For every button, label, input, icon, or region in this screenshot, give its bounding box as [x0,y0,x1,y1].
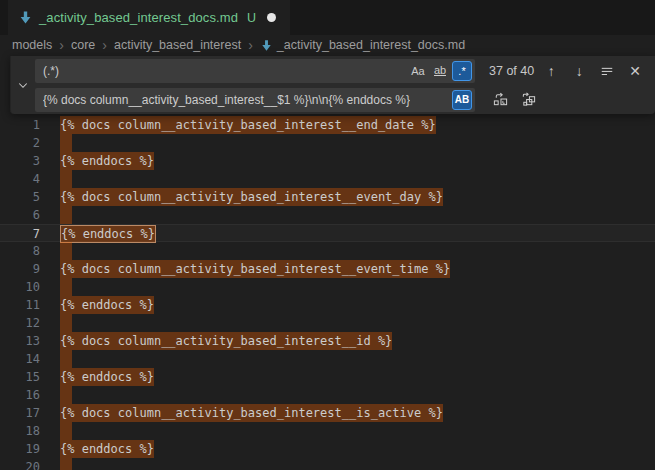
code-text: {% enddocs %} [60,225,156,241]
code-text: {% enddocs %} [60,296,154,314]
code-text [60,206,72,224]
line-number: 5 [0,188,40,206]
code-line-6[interactable]: 6 [0,206,655,224]
code-line-7[interactable]: 7{% enddocs %} [0,224,655,242]
find-match-highlight: {% docs column__activity_based_interest_… [60,404,443,422]
modified-indicator-dot[interactable] [267,13,276,22]
code-line-8[interactable]: 8 [0,242,655,260]
toggle-replace-button[interactable] [11,56,35,114]
code-text [60,278,72,296]
breadcrumb-activity-based-interest[interactable]: activity_based_interest [114,38,241,52]
line-number: 4 [0,170,40,188]
code-line-1[interactable]: 1{% docs column__activity_based_interest… [0,116,655,134]
code-text: {% enddocs %} [60,440,154,458]
code-line-20[interactable]: 20 [0,458,655,470]
find-match-highlight: {% docs column__activity_based_interest_… [60,260,450,278]
code-line-13[interactable]: 13{% docs column__activity_based_interes… [0,332,655,350]
find-match-highlight [60,134,72,152]
find-match-highlight: {% enddocs %} [60,440,154,458]
breadcrumb-file[interactable]: _activity_based_interest_docs.md [260,38,465,52]
breadcrumb-models[interactable]: models [12,38,52,52]
breadcrumb-separator-icon: › [102,38,107,52]
line-number: 9 [0,260,40,278]
line-number: 8 [0,242,40,260]
code-text: {% docs column__activity_based_interest_… [60,332,392,350]
line-number: 11 [0,296,40,314]
code-text: {% enddocs %} [60,152,154,170]
code-text: {% docs column__activity_based_interest_… [60,116,436,134]
code-line-15[interactable]: 15{% enddocs %} [0,368,655,386]
code-text [60,350,72,368]
close-find-widget-button[interactable]: ✕ [624,60,646,82]
replace-input[interactable]: {% docs column__activity_based_interest_… [35,88,475,112]
line-number: 7 [0,225,40,241]
breadcrumb-separator-icon: › [59,38,64,52]
line-number: 10 [0,278,40,296]
line-number: 3 [0,152,40,170]
replace-all-button[interactable] [517,89,539,111]
code-text [60,314,72,332]
breadcrumb-file-label: _activity_based_interest_docs.md [277,38,465,52]
find-match-highlight [60,350,72,368]
find-match-highlight: {% enddocs %} [60,368,154,386]
find-input[interactable]: (.*) Aa ab .* [35,59,475,83]
previous-match-button[interactable]: ↑ [540,60,562,82]
line-number: 20 [0,458,40,470]
find-match-highlight: {% docs column__activity_based_interest_… [60,116,436,134]
find-match-highlight [60,278,72,296]
code-text [60,458,72,470]
code-line-14[interactable]: 14 [0,350,655,368]
code-line-4[interactable]: 4 [0,170,655,188]
line-number: 17 [0,404,40,422]
breadcrumb: models › core › activity_based_interest … [0,35,655,55]
code-text [60,134,72,152]
line-number: 2 [0,134,40,152]
find-row: (.*) Aa ab .* 37 of 40 ↑ ↓ ✕ [35,59,646,83]
find-match-highlight [60,170,72,188]
tab-activity-docs[interactable]: _activity_based_interest_docs.md U [8,0,290,35]
code-text [60,386,72,404]
code-line-12[interactable]: 12 [0,314,655,332]
code-line-10[interactable]: 10 [0,278,655,296]
vscode-window: _activity_based_interest_docs.md U model… [0,0,655,470]
code-line-19[interactable]: 19{% enddocs %} [0,440,655,458]
code-line-2[interactable]: 2 [0,134,655,152]
code-text [60,422,72,440]
breadcrumb-core[interactable]: core [71,38,95,52]
find-match-highlight [60,206,72,224]
git-status-badge: U [247,11,256,25]
breadcrumb-separator-icon: › [248,38,253,52]
regex-button[interactable]: .* [452,61,472,81]
code-text: {% docs column__activity_based_interest_… [60,260,450,278]
code-line-5[interactable]: 5{% docs column__activity_based_interest… [0,188,655,206]
current-find-match: {% enddocs %} [60,225,156,243]
line-number: 18 [0,422,40,440]
line-number: 19 [0,440,40,458]
find-in-selection-button[interactable] [596,60,618,82]
line-number: 16 [0,386,40,404]
code-line-9[interactable]: 9{% docs column__activity_based_interest… [0,260,655,278]
tab-filename: _activity_based_interest_docs.md [39,10,238,25]
line-number: 6 [0,206,40,224]
find-match-highlight [60,386,72,404]
find-match-highlight: {% enddocs %} [60,152,154,170]
code-line-17[interactable]: 17{% docs column__activity_based_interes… [0,404,655,422]
find-match-highlight: {% docs column__activity_based_interest_… [60,332,392,350]
code-line-3[interactable]: 3{% enddocs %} [0,152,655,170]
find-match-highlight [60,458,72,470]
preserve-case-button[interactable]: AB [452,90,472,110]
markdown-file-icon [18,10,33,25]
code-line-18[interactable]: 18 [0,422,655,440]
editor-pane[interactable]: 1{% docs column__activity_based_interest… [0,55,655,470]
code-line-11[interactable]: 11{% enddocs %} [0,296,655,314]
next-match-button[interactable]: ↓ [568,60,590,82]
find-match-highlight: {% docs column__activity_based_interest_… [60,188,443,206]
code-text: {% docs column__activity_based_interest_… [60,404,443,422]
code-line-16[interactable]: 16 [0,386,655,404]
match-case-button[interactable]: Aa [408,61,428,81]
find-match-highlight [60,422,72,440]
line-number: 1 [0,116,40,134]
replace-button[interactable] [489,89,511,111]
line-number: 12 [0,314,40,332]
whole-word-button[interactable]: ab [430,61,450,81]
